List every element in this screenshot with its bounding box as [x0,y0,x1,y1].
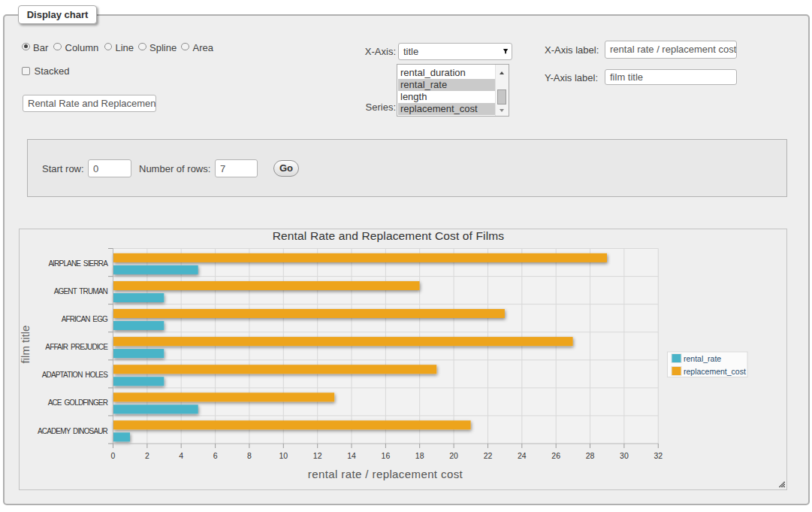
svg-text:AIRPLANE SIERRA: AIRPLANE SIERRA [48,259,108,268]
svg-text:32: 32 [654,451,663,460]
svg-text:10: 10 [279,451,288,460]
svg-text:20: 20 [449,451,458,460]
svg-text:rental rate / replacement cost: rental rate / replacement cost [308,468,463,480]
svg-text:28: 28 [586,451,595,460]
svg-text:ACE GOLDFINGER: ACE GOLDFINGER [48,398,108,407]
svg-text:4: 4 [179,451,183,460]
svg-text:18: 18 [415,451,424,460]
svg-text:AFRICAN EGG: AFRICAN EGG [62,315,108,323]
svg-text:8: 8 [247,451,252,460]
svg-text:replacement_cost: replacement_cost [684,367,746,376]
svg-text:ACADEMY DINOSAUR: ACADEMY DINOSAUR [38,427,108,435]
svg-text:Rental Rate and Replacement Co: Rental Rate and Replacement Cost of Film… [273,229,505,242]
svg-text:12: 12 [313,451,322,460]
svg-text:AGENT TRUMAN: AGENT TRUMAN [54,287,108,295]
svg-text:26: 26 [551,451,560,460]
svg-text:24: 24 [518,451,527,460]
svg-text:ADAPTATION HOLES: ADAPTATION HOLES [42,371,108,379]
svg-text:22: 22 [484,451,493,460]
svg-text:AFFAIR PREJUDICE: AFFAIR PREJUDICE [45,343,108,351]
svg-text:2: 2 [145,451,149,460]
svg-text:16: 16 [382,451,391,460]
svg-text:rental_rate: rental_rate [684,354,721,363]
svg-text:0: 0 [111,451,116,460]
svg-text:film title: film title [19,326,32,364]
svg-text:6: 6 [213,451,218,460]
svg-text:14: 14 [347,451,356,460]
svg-text:30: 30 [620,451,629,460]
